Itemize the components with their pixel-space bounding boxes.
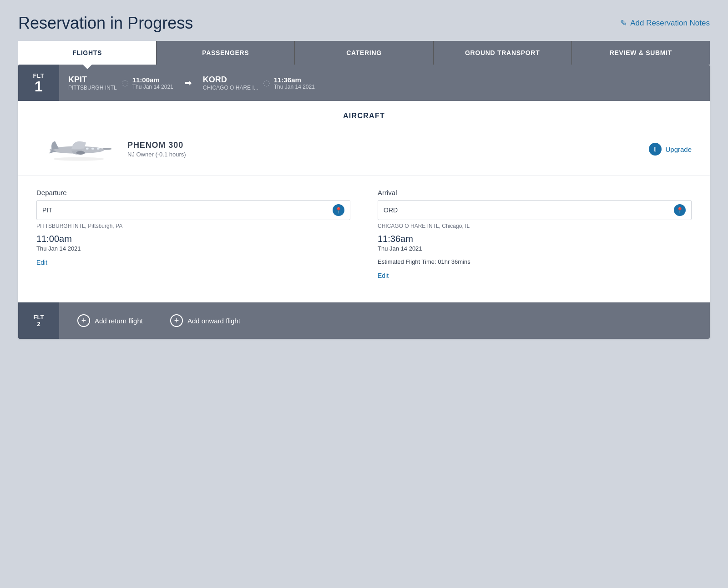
departure-pin-icon: 📍: [333, 204, 344, 216]
dep-arr-section: Departure PIT 📍 PITTSBURGH INTL, Pittsbu…: [18, 176, 710, 289]
flt2-actions: + Add return flight + Add onward flight: [59, 314, 710, 327]
edit-icon: ✎: [620, 18, 627, 28]
add-reservation-notes-link[interactable]: ✎ Add Reservation Notes: [620, 18, 710, 28]
departure-input[interactable]: PIT: [42, 206, 333, 214]
arrival-pin-icon: 📍: [674, 204, 686, 216]
arrival-input[interactable]: ORD: [384, 206, 674, 214]
add-return-flight-button[interactable]: + Add return flight: [77, 314, 143, 327]
clock-icon-arr: ◌: [263, 78, 270, 88]
tab-passengers[interactable]: PASSENGERS: [157, 41, 295, 65]
dep-airport-block: KPIT PITTSBURGH INTL: [68, 75, 117, 91]
tabs-nav: FLIGHTS PASSENGERS CATERING GROUND TRANS…: [18, 41, 710, 65]
tab-ground-transport[interactable]: GROUND TRANSPORT: [434, 41, 572, 65]
aircraft-image: [36, 131, 114, 167]
arrival-input-row[interactable]: ORD 📍: [378, 200, 692, 220]
departure-time: 11:00am: [36, 234, 350, 244]
tab-catering[interactable]: CATERING: [295, 41, 433, 65]
estimated-flight-time: Estimated Flight Time: 01hr 36mins: [378, 258, 692, 265]
arrival-time: 11:36am: [378, 234, 692, 244]
departure-date: Thu Jan 14 2021: [36, 245, 350, 252]
flt2-badge: FLT 2: [18, 302, 59, 339]
aircraft-section-title: AIRCRAFT: [18, 101, 710, 126]
flt1-badge: FLT 1: [18, 65, 59, 101]
aircraft-row: PHENOM 300 NJ Owner (-0.1 hours) ⇧ Upgra…: [18, 126, 710, 176]
departure-input-row[interactable]: PIT 📍: [36, 200, 350, 220]
svg-point-5: [53, 157, 104, 161]
add-onward-flight-button[interactable]: + Add onward flight: [170, 314, 240, 327]
aircraft-details: PHENOM 300 NJ Owner (-0.1 hours): [127, 141, 635, 158]
departure-block: Departure PIT 📍 PITTSBURGH INTL, Pittsbu…: [36, 189, 350, 280]
arrival-edit-link[interactable]: Edit: [378, 272, 389, 279]
plus-icon-return: +: [77, 314, 90, 327]
svg-point-1: [76, 151, 85, 155]
dep-time-block: ◌ 11:00am Thu Jan 14 2021: [121, 76, 173, 90]
flight1-info: KPIT PITTSBURGH INTL ◌ 11:00am Thu Jan 1…: [59, 69, 710, 97]
flight1-header: FLT 1 KPIT PITTSBURGH INTL ◌ 11:00am Thu…: [18, 65, 710, 101]
plus-icon-onward: +: [170, 314, 183, 327]
departure-edit-link[interactable]: Edit: [36, 259, 47, 266]
flight-arrow-icon: ➡: [184, 77, 192, 88]
arrival-date: Thu Jan 14 2021: [378, 245, 692, 252]
clock-icon-dep: ◌: [121, 78, 129, 88]
arr-time-block: ◌ 11:36am Thu Jan 14 2021: [263, 76, 315, 90]
tab-review-submit[interactable]: REVIEW & SUBMIT: [572, 41, 710, 65]
upgrade-button[interactable]: ⇧ Upgrade: [649, 143, 692, 156]
arrival-full-name: CHICAGO O HARE INTL, Chicago, IL: [378, 223, 692, 229]
arr-airport-block: KORD CHICAGO O HARE I...: [203, 75, 258, 91]
main-card: FLT 1 KPIT PITTSBURGH INTL ◌ 11:00am Thu…: [18, 65, 710, 339]
svg-rect-2: [86, 148, 89, 150]
svg-rect-3: [91, 148, 94, 150]
flight2-bar: FLT 2 + Add return flight + Add onward f…: [18, 302, 710, 339]
svg-rect-4: [97, 148, 100, 150]
upgrade-icon: ⇧: [649, 143, 662, 156]
add-notes-label: Add Reservation Notes: [630, 19, 710, 28]
departure-full-name: PITTSBURGH INTL, Pittsburgh, PA: [36, 223, 350, 229]
page-title: Reservation in Progress: [18, 14, 193, 33]
page-header: Reservation in Progress ✎ Add Reservatio…: [18, 14, 710, 33]
plane-svg: [39, 133, 111, 165]
arrival-block: Arrival ORD 📍 CHICAGO O HARE INTL, Chica…: [378, 189, 692, 280]
tab-flights[interactable]: FLIGHTS: [18, 41, 157, 65]
